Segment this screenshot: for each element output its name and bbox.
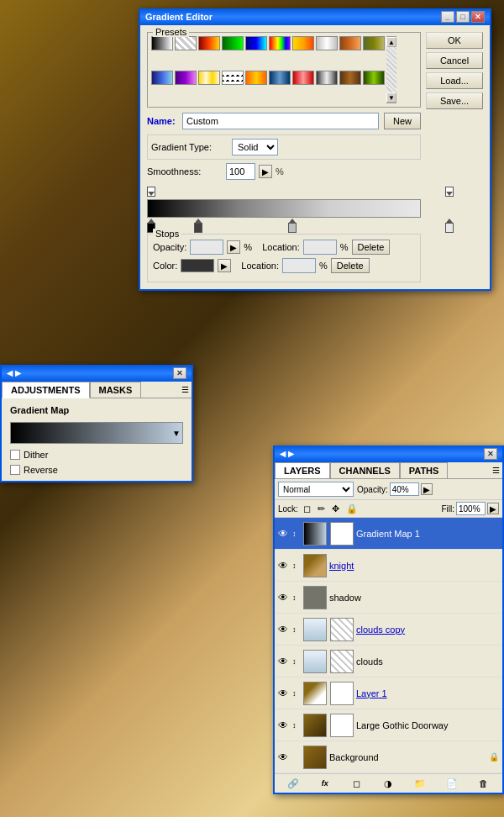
layers-close-button[interactable]: ✕ (484, 448, 497, 460)
eye-icon[interactable]: 👁 (278, 719, 290, 731)
adj-close-button[interactable]: ✕ (173, 367, 186, 379)
name-input[interactable] (182, 113, 379, 129)
lock-pixels-button[interactable]: ✏ (316, 503, 327, 514)
layer-item[interactable]: 👁 ↕ Gradient Map 1 (275, 518, 502, 550)
color-stepper[interactable]: ▶ (218, 259, 231, 272)
layer-item[interactable]: 👁 ↕ Large Gothic Doorway (275, 709, 502, 741)
maximize-button[interactable]: □ (456, 11, 470, 23)
layer-item[interactable]: 👁 ↕ clouds (275, 646, 502, 677)
smoothness-stepper[interactable]: ▶ (259, 165, 272, 178)
smoothness-input[interactable] (226, 163, 255, 180)
eye-icon[interactable]: 👁 (278, 688, 290, 699)
masks-tab[interactable]: MASKS (90, 382, 142, 398)
fill-input[interactable] (456, 502, 486, 515)
eye-icon[interactable]: 👁 (278, 624, 290, 635)
scroll-down-arrow[interactable]: ▼ (386, 92, 396, 103)
close-button[interactable]: ✕ (471, 11, 485, 23)
add-mask-button[interactable]: ◻ (349, 777, 365, 790)
adj-panel-menu-icon[interactable]: ☰ (181, 385, 189, 394)
preset-12[interactable] (175, 71, 197, 85)
preset-7[interactable] (292, 36, 314, 50)
color-stops-row (147, 219, 421, 230)
eye-icon[interactable]: 👁 (278, 656, 290, 667)
new-button[interactable]: New (384, 113, 421, 129)
opacity-value-input[interactable] (190, 240, 223, 255)
layer-mask-thumbnail (330, 682, 354, 705)
eye-icon[interactable]: 👁 (278, 751, 290, 763)
color-stop-black[interactable] (147, 219, 155, 229)
fill-stepper[interactable]: ▶ (487, 503, 499, 514)
gradient-map-arrow[interactable]: ▼ (172, 429, 181, 438)
lock-icon: 🔒 (489, 752, 499, 762)
fx-button[interactable]: fx (317, 777, 333, 790)
preset-17[interactable] (292, 71, 314, 85)
color-swatch[interactable] (181, 259, 214, 272)
link-layers-button[interactable]: 🔗 (285, 777, 302, 790)
new-group-button[interactable]: 📁 (412, 777, 428, 790)
color-stop-white[interactable] (445, 219, 454, 229)
color-stop-mid2[interactable] (288, 219, 297, 229)
layer-item[interactable]: 👁 Background 🔒 (275, 741, 502, 773)
presets-scrollbar[interactable]: ▲ ▼ (386, 36, 396, 103)
eye-icon[interactable]: 👁 (278, 592, 290, 604)
opacity-stop-right[interactable] (445, 187, 454, 197)
preset-19[interactable] (339, 71, 361, 85)
gradient-bar[interactable] (147, 199, 421, 218)
delete-button-1[interactable]: Delete (352, 240, 391, 255)
dither-checkbox[interactable] (10, 450, 20, 460)
opacity-input[interactable] (390, 482, 419, 496)
eye-icon[interactable]: 👁 (278, 528, 290, 540)
preset-1[interactable] (151, 36, 173, 50)
paths-tab[interactable]: PATHS (400, 462, 449, 478)
new-adjustment-button[interactable]: ◑ (380, 777, 396, 790)
lock-transparent-button[interactable]: ◻ (302, 503, 312, 514)
location-input1[interactable] (303, 240, 337, 255)
preset-4[interactable] (222, 36, 244, 50)
layer-mask-thumbnail (330, 650, 354, 673)
opacity-stop-left[interactable] (147, 187, 155, 197)
preset-18[interactable] (316, 71, 338, 85)
location-input2[interactable] (282, 258, 316, 273)
preset-16[interactable] (269, 71, 291, 85)
ok-button[interactable]: OK (426, 32, 483, 49)
preset-14[interactable] (222, 71, 244, 85)
eye-icon[interactable]: 👁 (278, 560, 290, 572)
delete-button-2[interactable]: Delete (331, 258, 370, 273)
chain-icon: ↕ (292, 530, 301, 538)
preset-15[interactable] (245, 71, 267, 85)
scroll-up-arrow[interactable]: ▲ (386, 37, 396, 47)
gradient-type-select[interactable]: Solid Noise (232, 139, 278, 155)
layer-item[interactable]: 👁 ↕ knight (275, 550, 502, 582)
layer-item[interactable]: 👁 ↕ Layer 1 (275, 677, 502, 709)
preset-10[interactable] (363, 36, 385, 50)
preset-5[interactable] (245, 36, 267, 50)
delete-layer-button[interactable]: 🗑 (475, 777, 492, 790)
preset-8[interactable] (316, 36, 338, 50)
preset-13[interactable] (198, 71, 220, 85)
gradient-map-preview[interactable]: ▼ (10, 422, 183, 444)
layers-menu-icon[interactable]: ☰ (492, 466, 500, 475)
layer-item[interactable]: 👁 ↕ shadow (275, 582, 502, 614)
adjustments-tab[interactable]: ADJUSTMENTS (2, 382, 90, 398)
preset-2[interactable] (175, 36, 197, 50)
preset-6[interactable] (269, 36, 291, 50)
minimize-button[interactable]: _ (441, 11, 454, 23)
preset-20[interactable] (363, 71, 385, 85)
save-button[interactable]: Save... (426, 92, 483, 109)
color-stop-mid1[interactable] (194, 219, 202, 229)
channels-tab[interactable]: CHANNELS (330, 462, 400, 478)
preset-11[interactable] (151, 71, 173, 85)
preset-3[interactable] (198, 36, 220, 50)
load-button[interactable]: Load... (426, 72, 483, 89)
preset-9[interactable] (339, 36, 361, 50)
opacity-stepper[interactable]: ▶ (421, 483, 433, 495)
blend-mode-select[interactable]: Normal Multiply Screen Overlay (278, 482, 354, 497)
reverse-checkbox[interactable] (10, 465, 20, 475)
layer-item[interactable]: 👁 ↕ clouds copy (275, 614, 502, 646)
lock-all-button[interactable]: 🔒 (344, 503, 360, 514)
cancel-button[interactable]: Cancel (426, 52, 483, 69)
opacity-stepper[interactable]: ▶ (227, 240, 240, 254)
lock-position-button[interactable]: ✥ (330, 503, 341, 514)
new-layer-button[interactable]: 📄 (444, 777, 460, 790)
layers-tab[interactable]: LAYERS (275, 462, 330, 478)
